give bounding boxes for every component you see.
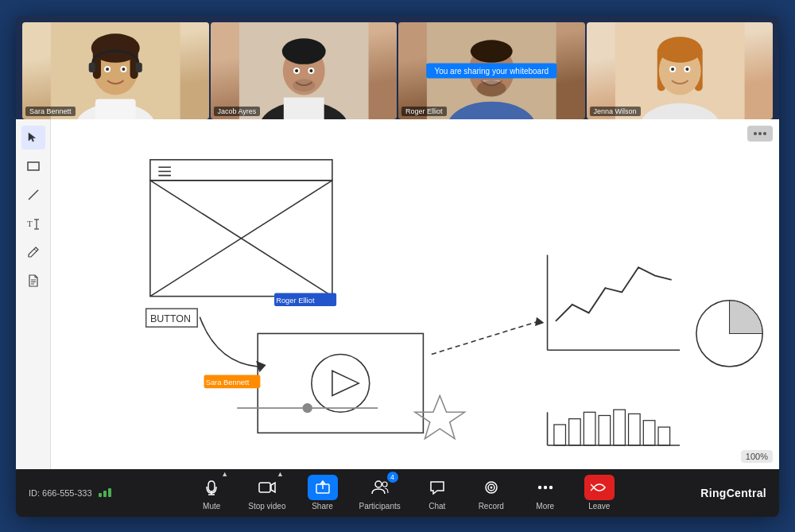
svg-line-48 <box>34 249 37 251</box>
svg-marker-90 <box>271 483 275 492</box>
participant-tile-roger[interactable]: You are sharing your whiteboard Roger El… <box>398 22 585 119</box>
participant-tile-jenna[interactable]: Jenna Wilson <box>587 22 774 119</box>
participant-name-jacob: Jacob Ayres <box>214 107 261 116</box>
svg-text:Roger Elliot: Roger Elliot <box>276 296 315 304</box>
share-icon-wrap <box>308 475 338 500</box>
svg-point-41 <box>685 67 688 70</box>
share-button[interactable]: Share <box>305 475 340 511</box>
stop-video-icon-wrap: ▲ <box>252 475 282 500</box>
participants-badge: 4 <box>387 472 398 483</box>
chat-button[interactable]: Chat <box>420 475 455 511</box>
bottom-controls: ▲ Mute ▲ Stop video Share <box>140 475 671 511</box>
svg-text:BUTTON: BUTTON <box>150 313 191 324</box>
svg-marker-70 <box>535 316 544 325</box>
more-label: More <box>536 502 554 511</box>
participants-button[interactable]: 4 Participants <box>359 475 401 511</box>
tool-select[interactable] <box>21 126 45 150</box>
mute-arrow[interactable]: ▲ <box>221 470 228 478</box>
svg-rect-52 <box>150 159 332 180</box>
svg-rect-42 <box>28 162 39 170</box>
signal-bar-1 <box>99 493 102 497</box>
participant-tile-jacob[interactable]: Jacob Ayres <box>211 22 398 119</box>
tool-document[interactable] <box>21 269 45 293</box>
leave-label: Leave <box>588 502 610 511</box>
stop-video-button[interactable]: ▲ Stop video <box>248 475 285 511</box>
mute-label: Mute <box>203 502 220 511</box>
participants-label: Participants <box>359 502 401 511</box>
mute-button[interactable]: ▲ Mute <box>194 475 229 511</box>
svg-point-17 <box>281 38 325 64</box>
svg-line-69 <box>432 320 539 354</box>
svg-point-37 <box>657 37 701 63</box>
participant-video-jacob <box>211 22 398 119</box>
tool-pencil[interactable] <box>21 240 45 264</box>
svg-rect-6 <box>89 62 95 72</box>
participant-tile-sara[interactable]: Sara Bennett <box>22 22 209 119</box>
svg-text:Sara Bennett: Sara Bennett <box>206 378 250 386</box>
record-button[interactable]: Record <box>474 475 509 511</box>
participant-name-jenna: Jenna Wilson <box>590 107 641 116</box>
toolbar: T <box>16 119 51 469</box>
participant-name-sara: Sara Bennett <box>25 107 76 116</box>
svg-rect-76 <box>569 418 581 445</box>
svg-rect-81 <box>643 420 655 445</box>
svg-point-97 <box>490 487 492 489</box>
svg-line-101 <box>591 484 594 487</box>
signal-bar-3 <box>108 488 111 497</box>
svg-point-10 <box>106 67 109 70</box>
mute-icon-wrap: ▲ <box>196 475 227 500</box>
share-label: Share <box>312 502 333 511</box>
svg-point-100 <box>549 486 553 489</box>
more-options-button[interactable] <box>747 126 773 142</box>
tool-line[interactable] <box>21 183 45 207</box>
svg-rect-80 <box>629 414 641 445</box>
svg-point-20 <box>295 68 298 72</box>
leave-button[interactable]: Leave <box>582 475 617 511</box>
stop-video-label: Stop video <box>248 502 285 511</box>
svg-point-64 <box>312 354 370 412</box>
svg-point-40 <box>671 67 674 70</box>
tool-rectangle[interactable] <box>21 154 45 178</box>
svg-rect-79 <box>614 410 626 445</box>
participant-video-sara <box>22 22 209 119</box>
svg-point-11 <box>122 67 125 70</box>
svg-rect-63 <box>258 333 423 433</box>
whiteboard-canvas[interactable]: 100% Roger Elliot BUTTON <box>51 119 779 469</box>
svg-rect-4 <box>93 46 101 79</box>
svg-marker-86 <box>415 395 464 438</box>
svg-point-93 <box>375 481 382 487</box>
svg-point-85 <box>302 402 312 412</box>
svg-point-94 <box>382 482 387 487</box>
svg-rect-15 <box>283 97 324 118</box>
svg-point-22 <box>293 79 315 91</box>
bottom-bar: ID: 666-555-333 ▲ Mute ▲ <box>16 469 779 517</box>
record-label: Record <box>479 502 504 511</box>
video-arrow[interactable]: ▲ <box>277 470 284 478</box>
svg-marker-65 <box>332 371 359 395</box>
svg-rect-78 <box>599 415 611 445</box>
app-container: Sara Bennett <box>16 16 779 517</box>
meeting-id: ID: 666-555-333 <box>29 488 92 498</box>
svg-text:T: T <box>27 219 33 228</box>
participant-video-jenna <box>587 22 774 119</box>
svg-point-21 <box>309 68 312 72</box>
svg-line-102 <box>591 487 594 491</box>
signal-bars <box>99 488 111 497</box>
main-content: T 100% <box>16 119 779 469</box>
bottom-left: ID: 666-555-333 <box>29 488 140 498</box>
participant-name-roger: Roger Elliot <box>401 107 447 116</box>
svg-rect-75 <box>554 424 566 445</box>
svg-point-31 <box>477 80 506 96</box>
svg-rect-89 <box>259 483 270 492</box>
svg-rect-12 <box>95 99 136 118</box>
svg-point-99 <box>544 486 547 489</box>
sharing-banner: You are sharing your whiteboard <box>426 63 556 78</box>
more-button[interactable]: More <box>528 475 563 511</box>
svg-rect-7 <box>136 62 142 72</box>
leave-icon-wrap <box>584 475 615 500</box>
chat-label: Chat <box>429 502 445 511</box>
tool-text[interactable]: T <box>21 212 45 235</box>
participants-strip: Sara Bennett <box>16 16 779 119</box>
brand-name: RingCentral <box>700 487 766 499</box>
bottom-right: RingCentral <box>671 487 766 499</box>
